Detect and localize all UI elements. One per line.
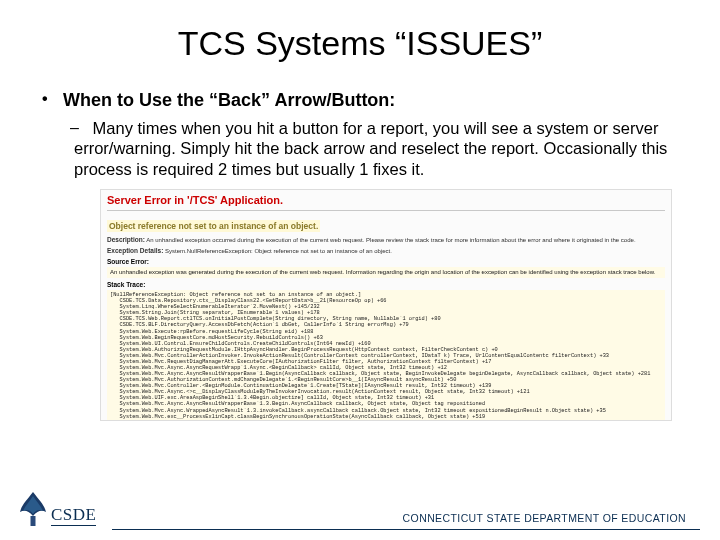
- sub-bullet: Many times when you hit a button for a r…: [74, 118, 690, 180]
- tree-icon: [18, 490, 48, 526]
- error-subtitle: Object reference not set to an instance …: [107, 220, 320, 232]
- bullet-heading-text: When to Use the “Back” Arrow/Button:: [63, 90, 395, 110]
- logo-text: CSDE: [51, 506, 96, 526]
- sub-bullet-list: Many times when you hit a button for a r…: [44, 118, 690, 180]
- error-hr: [107, 210, 665, 211]
- stack-trace: [NullReferenceException: Object referenc…: [107, 290, 665, 421]
- footer-line: CONNECTICUT STATE DEPARTMENT OF EDUCATIO…: [112, 529, 700, 530]
- desc-label: Description:: [107, 236, 145, 243]
- bullet-list: When to Use the “Back” Arrow/Button: Man…: [30, 89, 690, 179]
- slide-title: TCS Systems “ISSUES”: [30, 24, 690, 63]
- exception-details: Exception Details: System.NullReferenceE…: [107, 247, 665, 255]
- error-description: Description: An unhandled exception occu…: [107, 236, 665, 244]
- stack-trace-label: Stack Trace:: [107, 281, 665, 288]
- desc-body: An unhandled exception occurred during t…: [146, 237, 635, 243]
- source-error-label: Source Error:: [107, 258, 665, 265]
- sub-bullet-text: Many times when you hit a button for a r…: [74, 119, 667, 178]
- svg-rect-0: [31, 516, 36, 526]
- error-title: Server Error in '/TCS' Application.: [107, 194, 665, 208]
- org-label: CONNECTICUT STATE DEPARTMENT OF EDUCATIO…: [397, 512, 686, 524]
- exc-body: System.NullReferenceException: Object re…: [165, 248, 392, 254]
- error-screenshot: Server Error in '/TCS' Application. Obje…: [100, 189, 672, 421]
- source-error-body: An unhandled exception was generated dur…: [107, 267, 665, 278]
- bullet-heading: When to Use the “Back” Arrow/Button: Man…: [44, 89, 690, 179]
- exc-label: Exception Details:: [107, 247, 163, 254]
- footer: CSDE CONNECTICUT STATE DEPARTMENT OF EDU…: [0, 529, 720, 530]
- logo: CSDE: [18, 490, 96, 526]
